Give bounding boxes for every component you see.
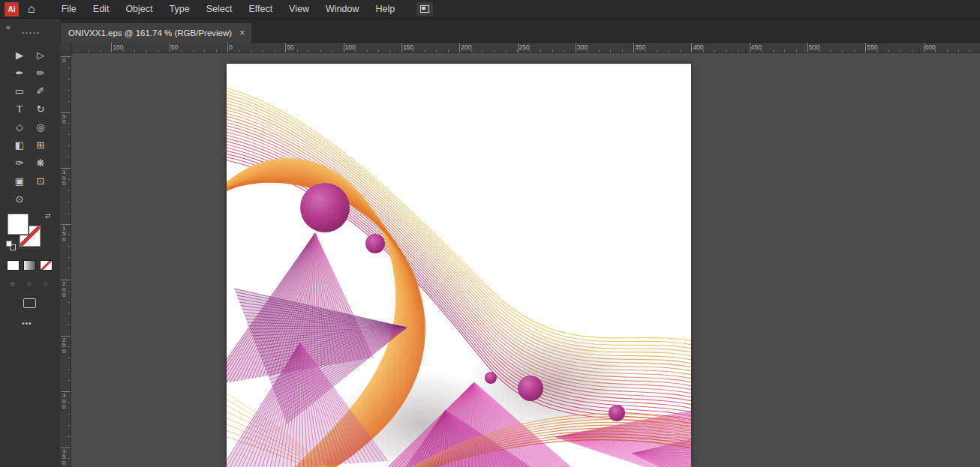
zoom-tool[interactable]: ⊙ bbox=[9, 190, 30, 208]
v-ruler-label: 5 0 bbox=[62, 114, 65, 125]
h-ruler-label: 0 bbox=[229, 43, 233, 51]
direct-selection-tool[interactable]: ▷ bbox=[30, 46, 51, 64]
mesh-tool[interactable]: ⊞ bbox=[30, 136, 51, 154]
fill-swatch[interactable] bbox=[8, 214, 29, 235]
artboard[interactable] bbox=[227, 64, 691, 467]
color-button[interactable] bbox=[7, 260, 20, 271]
none-button[interactable] bbox=[40, 260, 53, 271]
h-ruler-label: 250 bbox=[519, 43, 530, 51]
menubar: Ai ⌂ FileEditObjectTypeSelectEffectViewW… bbox=[0, 0, 980, 19]
swap-fill-stroke-icon[interactable]: ⇄ bbox=[45, 212, 51, 220]
menu-item-effect[interactable]: Effect bbox=[240, 4, 281, 14]
menu-item-type[interactable]: Type bbox=[161, 4, 198, 14]
h-ruler-label: 100 bbox=[345, 43, 356, 51]
fill-stroke-widget: ⇄ bbox=[6, 212, 56, 256]
canvas[interactable] bbox=[71, 53, 980, 467]
curvature-tool[interactable]: ✏ bbox=[30, 64, 51, 82]
v-ruler-label: 2 5 0 bbox=[62, 337, 65, 355]
type-tool[interactable]: T bbox=[9, 100, 30, 118]
gradient-tool[interactable]: ◧ bbox=[9, 136, 30, 154]
app-logo: Ai bbox=[5, 2, 19, 16]
draw-behind-button[interactable]: ○ bbox=[23, 278, 36, 290]
document-tab[interactable]: ONIVXX1.eps @ 161.74 % (RGB/Preview) × bbox=[61, 23, 251, 43]
rectangle-tool[interactable]: ▭ bbox=[9, 82, 30, 100]
eraser-tool[interactable]: ◇ bbox=[9, 118, 30, 136]
arrange-documents-button[interactable] bbox=[416, 2, 433, 16]
h-ruler-label: 600 bbox=[925, 43, 936, 51]
default-fill-stroke-icon[interactable] bbox=[6, 241, 12, 247]
blend-tool[interactable]: ❋ bbox=[30, 154, 51, 172]
horizontal-ruler[interactable]: 1005005010015020025030035040045050055060… bbox=[71, 43, 980, 53]
arrange-documents-icon bbox=[420, 5, 429, 13]
home-icon[interactable]: ⌂ bbox=[28, 3, 35, 15]
paintbrush-tool[interactable]: ✐ bbox=[30, 82, 51, 100]
edit-toolbar-button[interactable]: ••• bbox=[22, 319, 32, 328]
menu-item-file[interactable]: File bbox=[53, 4, 85, 14]
tool-grid: ▶▷✒✏▭✐T↻◇◎◧⊞✑❋▣⊡⊙ bbox=[9, 46, 53, 208]
h-ruler-label: 100 bbox=[113, 43, 123, 51]
menu-item-select[interactable]: Select bbox=[198, 4, 241, 14]
h-ruler-label: 350 bbox=[635, 43, 645, 51]
artwork-canvas[interactable] bbox=[227, 64, 691, 467]
menu-item-object[interactable]: Object bbox=[117, 4, 161, 14]
v-ruler-label: 0 bbox=[62, 58, 65, 64]
artboard-tool[interactable]: ⊡ bbox=[30, 172, 51, 190]
rotate-tool[interactable]: ↻ bbox=[30, 100, 51, 118]
h-ruler-label: 200 bbox=[461, 43, 471, 51]
vertical-ruler[interactable]: 05 01 0 01 5 02 0 02 5 03 0 03 5 0 bbox=[60, 53, 71, 467]
h-ruler-label: 500 bbox=[809, 43, 819, 51]
menu-list: FileEditObjectTypeSelectEffectViewWindow… bbox=[53, 4, 404, 14]
h-ruler-label: 50 bbox=[287, 43, 293, 51]
menu-item-edit[interactable]: Edit bbox=[85, 4, 118, 14]
v-ruler-label: 1 5 0 bbox=[62, 226, 65, 243]
ruler-corner[interactable] bbox=[60, 43, 71, 53]
v-ruler-label: 3 5 0 bbox=[62, 449, 65, 466]
v-ruler-label: 1 0 0 bbox=[62, 169, 65, 187]
document-tab-title: ONIVXX1.eps @ 161.74 % (RGB/Preview) bbox=[68, 28, 232, 37]
menu-item-view[interactable]: View bbox=[281, 4, 317, 14]
menu-item-window[interactable]: Window bbox=[317, 4, 367, 14]
h-ruler-label: 150 bbox=[403, 43, 413, 51]
selection-tool[interactable]: ▶ bbox=[9, 46, 30, 64]
h-ruler-label: 550 bbox=[867, 43, 877, 51]
screen-mode-button[interactable] bbox=[23, 298, 36, 308]
draw-modes-row: ○ ○ ○ bbox=[6, 278, 53, 290]
symbols-tool[interactable]: ▣ bbox=[9, 172, 30, 190]
menu-item-help[interactable]: Help bbox=[367, 4, 403, 14]
h-ruler-label: 300 bbox=[577, 43, 588, 51]
draw-normal-button[interactable]: ○ bbox=[6, 278, 20, 290]
width-tool[interactable]: ◎ bbox=[30, 118, 51, 136]
collapse-panel-icon[interactable]: « bbox=[6, 22, 11, 31]
illustrator-window: Ai ⌂ FileEditObjectTypeSelectEffectViewW… bbox=[0, 0, 980, 467]
draw-inside-button[interactable]: ○ bbox=[39, 278, 53, 290]
v-ruler-label: 2 0 0 bbox=[62, 281, 65, 298]
v-ruler-label: 3 0 0 bbox=[62, 393, 65, 410]
close-tab-icon[interactable]: × bbox=[232, 28, 245, 38]
h-ruler-label: 50 bbox=[171, 43, 178, 51]
h-ruler-label: 450 bbox=[751, 43, 762, 51]
document-tabbar: ONIVXX1.eps @ 161.74 % (RGB/Preview) × bbox=[60, 19, 980, 43]
gradient-button[interactable] bbox=[23, 260, 36, 271]
eyedropper-tool[interactable]: ✑ bbox=[9, 154, 30, 172]
pen-tool[interactable]: ✒ bbox=[9, 64, 30, 82]
toolbar-grip[interactable] bbox=[21, 31, 40, 34]
h-ruler-label: 400 bbox=[693, 43, 703, 51]
tools-panel: « ▶▷✒✏▭✐T↻◇◎◧⊞✑❋▣⊡⊙ ⇄ ○ ○ ○ ••• bbox=[0, 19, 60, 467]
color-type-row bbox=[7, 260, 53, 271]
